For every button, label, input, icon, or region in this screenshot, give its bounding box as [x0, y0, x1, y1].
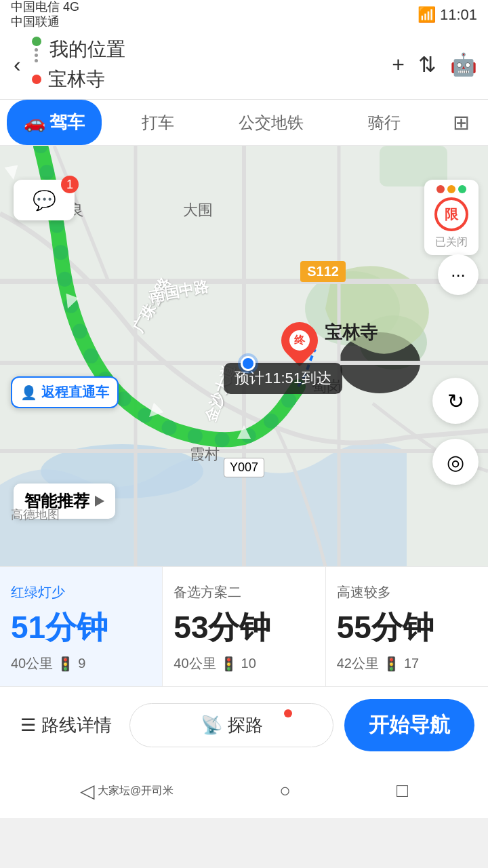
dot-red: [436, 185, 445, 193]
route-lights-1: 9: [78, 656, 85, 671]
route-panel: 红绿灯少 51分钟 40公里 🚦 9 备选方案二 53分钟 40公里 🚦 10 …: [0, 566, 488, 686]
watermark: 大家坛@开司米: [98, 784, 174, 798]
route-dist-1: 40公里: [11, 654, 53, 673]
status-bar: 中国电信 4G 中国联通 📶 11:01: [0, 0, 488, 30]
dot-orange: [447, 185, 455, 193]
chat-button[interactable]: 💬 1: [14, 180, 75, 220]
road-badge-y007: Y007: [224, 458, 264, 477]
grid-icon: ⊞: [453, 111, 470, 134]
route-option-2[interactable]: 备选方案二 53分钟 40公里 🚦 10: [163, 567, 325, 686]
tab-drive[interactable]: 🚗 驾车: [7, 100, 102, 145]
route-option-1[interactable]: 红绿灯少 51分钟 40公里 🚦 9: [0, 567, 163, 686]
list-icon: ☰: [20, 715, 36, 736]
system-recent-button[interactable]: □: [396, 780, 408, 802]
explore-notification-dot: [284, 709, 292, 717]
explore-label: 探路: [228, 713, 263, 737]
route-tag-2: 备选方案二: [174, 583, 314, 601]
dest-name-label: 宝林寺: [325, 321, 378, 344]
area-xiajun: 霞村: [190, 444, 220, 465]
highway-badge: S112: [300, 261, 346, 282]
route-dot1: [35, 48, 38, 52]
action-bar: ☰ 路线详情 📡 探路 开始导航: [0, 686, 488, 764]
header-icons: + ⇅ 🤖: [392, 52, 477, 77]
tab-bike[interactable]: 骑行: [327, 100, 441, 145]
recommend-arrow-icon: [95, 496, 104, 507]
pin-shape: 终: [274, 315, 325, 366]
explore-icon: 📡: [201, 715, 222, 736]
origin-dot: [32, 37, 41, 46]
dest-dot: [32, 75, 41, 84]
explore-button[interactable]: 📡 探路: [129, 703, 333, 747]
header: ‹ 我的位置 宝林寺 + ⇅ 🤖: [0, 30, 488, 100]
dest-row: 宝林寺: [32, 66, 384, 92]
route-dist-3: 42公里: [337, 654, 379, 673]
drive-icon: 🚗: [24, 112, 45, 133]
chat-badge: 1: [61, 176, 79, 193]
system-nav-bar: ◁ 大家坛@开司米 ○ □: [0, 764, 488, 818]
start-navigation-button[interactable]: 开始导航: [344, 699, 474, 751]
tab-transit[interactable]: 公交地铁: [215, 100, 328, 145]
signal-dots: [436, 185, 466, 193]
route-lights-3: 17: [404, 656, 419, 671]
back-button[interactable]: ‹: [11, 50, 24, 80]
mode-tabs: 🚗 驾车 打车 公交地铁 骑行 ⊞: [0, 100, 488, 146]
locate-button[interactable]: ◎: [432, 439, 479, 485]
pin-label: 终: [289, 330, 310, 351]
route-tag-3: 高速较多: [337, 583, 477, 601]
status-right: 📶 11:01: [418, 6, 477, 24]
route-detail-button[interactable]: ☰ 路线详情: [14, 707, 119, 744]
origin-row: 我的位置: [32, 37, 384, 62]
dot-green: [458, 185, 466, 193]
return-bus-banner[interactable]: 👤 返程直通车: [11, 376, 119, 408]
chat-icon: 💬: [33, 189, 56, 212]
limit-status: 已关闭: [435, 235, 468, 250]
robot-button[interactable]: 🤖: [450, 52, 477, 77]
system-back-button[interactable]: ◁ 大家坛@开司米: [80, 780, 174, 802]
add-waypoint-button[interactable]: +: [392, 52, 405, 77]
traffic-light-icon-3: 🚦: [383, 656, 400, 672]
more-modes-button[interactable]: ⊞: [441, 111, 481, 134]
tab-taxi[interactable]: 打车: [102, 100, 215, 145]
route-meta-1: 40公里 🚦 9: [11, 654, 151, 673]
current-location-dot: [241, 356, 256, 371]
map-area: 大良 大围 工人村 蜀岗 霞村 广珠公路 金沙大道 南国中路 S112 Y007…: [0, 146, 488, 566]
route-meta-3: 42公里 🚦 17: [337, 654, 477, 673]
area-dawei: 大围: [183, 200, 213, 220]
route-dist-2: 40公里: [174, 654, 216, 673]
route-dot2: [35, 54, 38, 57]
route-meta-2: 40公里 🚦 10: [174, 654, 314, 673]
route-time-2: 53分钟: [174, 607, 314, 649]
more-options-button[interactable]: ···: [438, 254, 479, 295]
return-bus-label: 返程直通车: [41, 383, 109, 401]
carrier-info: 中国电信 4G 中国联通: [11, 0, 79, 29]
route-inputs: 我的位置 宝林寺: [32, 37, 384, 92]
time: 11:01: [440, 6, 477, 24]
system-home-button[interactable]: ○: [279, 780, 291, 802]
traffic-limit-panel: 限 已关闭: [424, 180, 479, 255]
destination-pin: 终 宝林寺: [281, 322, 318, 359]
signal-icon: 📶: [418, 6, 436, 24]
origin-text[interactable]: 我的位置: [49, 37, 125, 62]
route-dot3: [35, 59, 38, 62]
traffic-light-icon-2: 🚦: [220, 656, 237, 672]
map-attribution: 高德地图: [11, 507, 60, 523]
route-tag-1: 红绿灯少: [11, 583, 151, 601]
route-time-1: 51分钟: [11, 607, 151, 649]
limit-badge: 限: [434, 197, 468, 231]
route-option-3[interactable]: 高速较多 55分钟 42公里 🚦 17: [326, 567, 488, 686]
bus-person-icon: 👤: [20, 384, 37, 401]
refresh-button[interactable]: ↻: [432, 378, 479, 424]
route-lights-2: 10: [241, 656, 256, 671]
dest-text[interactable]: 宝林寺: [48, 66, 105, 92]
sort-button[interactable]: ⇅: [418, 52, 436, 77]
route-time-3: 55分钟: [337, 607, 477, 649]
traffic-light-icon-1: 🚦: [57, 656, 74, 672]
route-detail-label: 路线详情: [41, 713, 112, 737]
